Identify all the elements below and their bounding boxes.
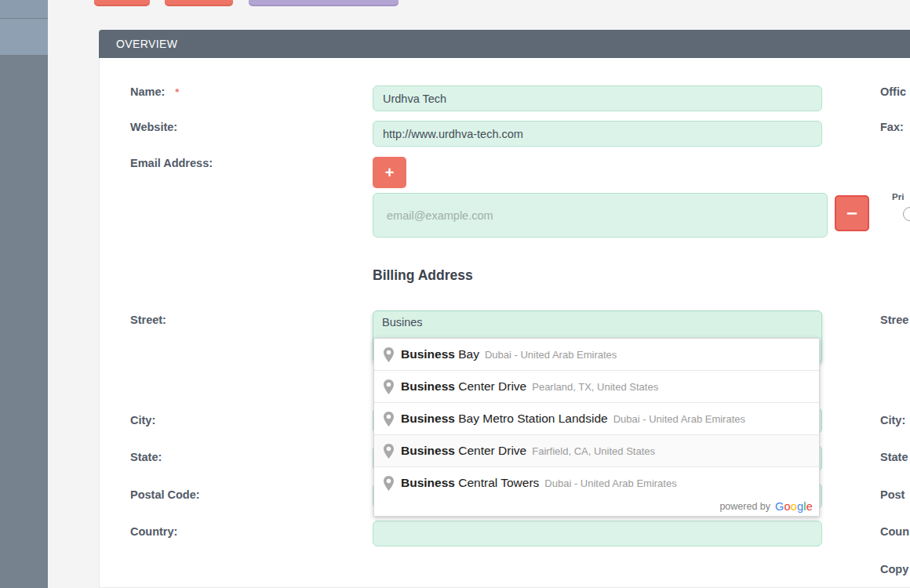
add-email-button[interactable]: + (373, 157, 406, 188)
autocomplete-suggestion[interactable]: Business Central Towers Dubai - United A… (374, 466, 819, 499)
website-label: Website: (130, 121, 177, 133)
billing-address-heading: Billing Address (373, 267, 473, 284)
powered-by-google: powered by Google (374, 499, 819, 516)
postal-code-label: Postal Code: (130, 488, 200, 501)
shipping-city-label: City: (880, 414, 905, 426)
sidebar-nav-item-top[interactable] (0, 0, 48, 18)
billing-country-input[interactable] (373, 521, 822, 546)
toolbar-button-2[interactable] (165, 0, 233, 6)
website-input[interactable] (373, 121, 822, 147)
google-logo: Google (775, 500, 813, 513)
autocomplete-suggestion[interactable]: Business Bay Dubai - United Arab Emirate… (374, 339, 819, 370)
autocomplete-suggestion[interactable]: Business Bay Metro Station Landside Duba… (374, 402, 819, 434)
email-address-label: Email Address: (130, 157, 213, 169)
places-autocomplete-dropdown: Business Bay Dubai - United Arab Emirate… (373, 338, 820, 517)
left-sidebar (0, 0, 48, 588)
city-label: City: (130, 414, 155, 426)
email-input[interactable] (373, 193, 828, 238)
autocomplete-suggestion[interactable]: Business Center Drive Pearland, TX, Unit… (374, 370, 819, 402)
map-pin-icon (384, 444, 394, 459)
shipping-street-label: Stree (880, 314, 908, 326)
autocomplete-suggestion[interactable]: Business Center Drive Fairfield, CA, Uni… (374, 434, 819, 466)
office-phone-label: Offic (880, 85, 906, 98)
name-label: Name:* (130, 85, 179, 98)
sidebar-nav-item-active[interactable] (0, 19, 48, 55)
shipping-postal-label: Post (880, 488, 905, 501)
required-asterisk: * (175, 86, 179, 98)
name-input[interactable] (373, 85, 822, 111)
map-pin-icon (384, 379, 394, 394)
map-pin-icon (384, 347, 394, 362)
state-label: State: (130, 451, 162, 463)
map-pin-icon (384, 412, 394, 426)
map-pin-icon (384, 476, 394, 491)
remove-email-button[interactable]: − (835, 195, 869, 231)
copy-address-label: Copy (880, 563, 908, 575)
toolbar-button-1[interactable] (94, 0, 150, 6)
street-label: Street: (130, 314, 166, 326)
panel-title: OVERVIEW (116, 38, 177, 50)
primary-label: Pri (892, 192, 904, 201)
country-label: Country: (130, 525, 177, 538)
fax-label: Fax: (880, 121, 904, 133)
toolbar-button-3[interactable] (249, 0, 399, 6)
shipping-state-label: State (880, 451, 908, 463)
overview-panel-header: OVERVIEW (99, 30, 910, 58)
shipping-country-label: Coun (880, 525, 909, 538)
